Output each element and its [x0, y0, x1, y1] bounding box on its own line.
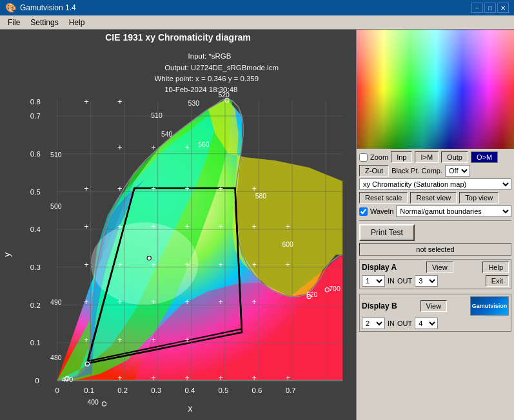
svg-text:0.4: 0.4: [30, 225, 41, 233]
exit-button[interactable]: Exit: [486, 275, 509, 287]
map-type-select[interactable]: xy Chromaticity (Saturation map): [359, 178, 511, 190]
svg-text:0.4: 0.4: [184, 387, 195, 394]
svg-text:Output: U2724DE_sRGBmode.icm: Output: U2724DE_sRGBmode.icm: [164, 63, 279, 71]
svg-text:0.5: 0.5: [30, 187, 41, 195]
minimize-button[interactable]: −: [471, 3, 483, 13]
top-view-button[interactable]: Top view: [459, 192, 499, 204]
svg-text:+: +: [184, 374, 189, 383]
display-a-view-button[interactable]: View: [426, 262, 453, 273]
zoom-label: Zoom: [370, 153, 388, 161]
svg-text:+: +: [151, 222, 155, 231]
help-button[interactable]: Help: [482, 262, 509, 273]
svg-text:0.7: 0.7: [286, 387, 296, 394]
svg-text:+: +: [84, 298, 88, 307]
map-type-row: xy Chromaticity (Saturation map): [359, 178, 511, 190]
svg-text:+: +: [117, 222, 122, 231]
display-a-in: IN: [388, 277, 395, 285]
zoom-row: Zoom Inp I>M Outp O>M: [359, 151, 511, 163]
title-bar: 🎨 Gamutvision 1.4 − □ ✕: [0, 0, 514, 15]
svg-text:+: +: [151, 184, 155, 193]
svg-text:+: +: [117, 336, 122, 345]
svg-text:400: 400: [87, 398, 99, 406]
app-title: Gamutvision 1.4: [20, 3, 76, 12]
svg-text:520: 520: [218, 91, 230, 99]
display-b-view-button[interactable]: View: [420, 300, 448, 312]
svg-text:+: +: [117, 143, 122, 152]
svg-text:700: 700: [329, 285, 341, 292]
menu-help[interactable]: Help: [64, 17, 90, 28]
svg-text:600: 600: [282, 240, 293, 248]
svg-text:+: +: [117, 298, 122, 307]
display-b-section: Display B View Gamutvision 2 1 IN OUT 4 …: [359, 294, 511, 332]
close-button[interactable]: ✕: [497, 3, 509, 13]
title-controls: − □ ✕: [471, 3, 509, 13]
print-test-button[interactable]: Print Test: [359, 224, 415, 241]
reset-row: Reset scale Reset view Top view: [359, 192, 511, 204]
svg-text:+: +: [252, 184, 257, 193]
svg-text:+: +: [218, 260, 222, 269]
svg-text:500: 500: [50, 202, 62, 210]
display-b-channel-select[interactable]: 4 3: [415, 318, 438, 329]
svg-text:0: 0: [55, 387, 59, 394]
menu-settings[interactable]: Settings: [25, 17, 63, 28]
svg-text:0.3: 0.3: [151, 387, 161, 394]
divider-1: [359, 220, 511, 221]
outp-button[interactable]: Outp: [441, 151, 468, 163]
reset-scale-button[interactable]: Reset scale: [359, 192, 408, 204]
z-out-button[interactable]: Z-Out: [359, 165, 389, 177]
chart-title: CIE 1931 xy Chromaticity diagram: [0, 30, 356, 44]
display-a-out: OUT: [397, 277, 412, 285]
svg-text:0.6: 0.6: [30, 150, 41, 158]
svg-text:+: +: [218, 184, 222, 193]
right-panel: Zoom Inp I>M Outp O>M Z-Out Black Pt. Co…: [356, 30, 514, 420]
gamut-boundaries-select[interactable]: Normal/gamut boundaries: [396, 205, 511, 217]
display-b-body: 2 1 IN OUT 4 3: [362, 318, 509, 329]
display-b-num-select[interactable]: 2 1: [362, 318, 385, 329]
svg-text:+: +: [286, 260, 290, 269]
svg-text:y: y: [2, 253, 12, 257]
svg-text:510: 510: [151, 111, 163, 119]
svg-text:+: +: [218, 374, 222, 383]
svg-text:+: +: [184, 336, 189, 345]
display-a-channel-select[interactable]: 3 4: [415, 275, 438, 287]
svg-text:+: +: [117, 260, 122, 269]
svg-text:0.6: 0.6: [252, 387, 262, 394]
svg-text:+: +: [184, 260, 189, 269]
chromaticity-panel: CIE 1931 xy Chromaticity diagram Input: …: [0, 30, 356, 420]
svg-text:x: x: [188, 404, 193, 414]
black-pt-select[interactable]: Off: [445, 165, 470, 177]
svg-text:530: 530: [188, 99, 200, 107]
svg-text:0.1: 0.1: [30, 339, 41, 347]
gamutvision-logo: Gamutvision: [470, 296, 509, 316]
display-a-num-select[interactable]: 1 2: [362, 275, 385, 287]
svg-text:+: +: [286, 374, 290, 383]
svg-text:+: +: [84, 97, 88, 106]
wavelength-checkbox[interactable]: [359, 207, 368, 216]
display-a-header: Display A View Help: [362, 262, 509, 273]
zoom-checkbox[interactable]: [359, 153, 368, 162]
svg-text:+: +: [151, 298, 155, 307]
wavelength-label: Waveln: [370, 207, 393, 215]
svg-text:540: 540: [161, 130, 173, 138]
svg-text:+: +: [218, 222, 222, 231]
svg-text:0.8: 0.8: [30, 98, 41, 106]
svg-text:+: +: [84, 222, 88, 231]
chart-area: Input: *sRGB Output: U2724DE_sRGBmode.ic…: [0, 44, 356, 415]
chromaticity-diagram: Input: *sRGB Output: U2724DE_sRGBmode.ic…: [0, 44, 356, 415]
inp-button[interactable]: Inp: [391, 151, 412, 163]
display-a-body: 1 2 IN OUT 3 4 Exit: [362, 275, 509, 287]
svg-text:+: +: [184, 143, 189, 152]
display-b-header: Display B View Gamutvision: [362, 296, 509, 316]
reset-view-button[interactable]: Reset view: [410, 192, 457, 204]
svg-text:+: +: [117, 97, 122, 106]
svg-point-114: [147, 256, 151, 260]
i-m-button[interactable]: I>M: [415, 151, 439, 163]
menu-file[interactable]: File: [3, 17, 25, 28]
svg-text:510: 510: [50, 151, 62, 158]
display-b-out: OUT: [397, 320, 412, 327]
o-m-button[interactable]: O>M: [471, 151, 498, 163]
print-test-row: Print Test: [359, 224, 511, 241]
svg-text:+: +: [84, 336, 88, 345]
maximize-button[interactable]: □: [484, 3, 496, 13]
svg-text:490: 490: [50, 298, 62, 306]
